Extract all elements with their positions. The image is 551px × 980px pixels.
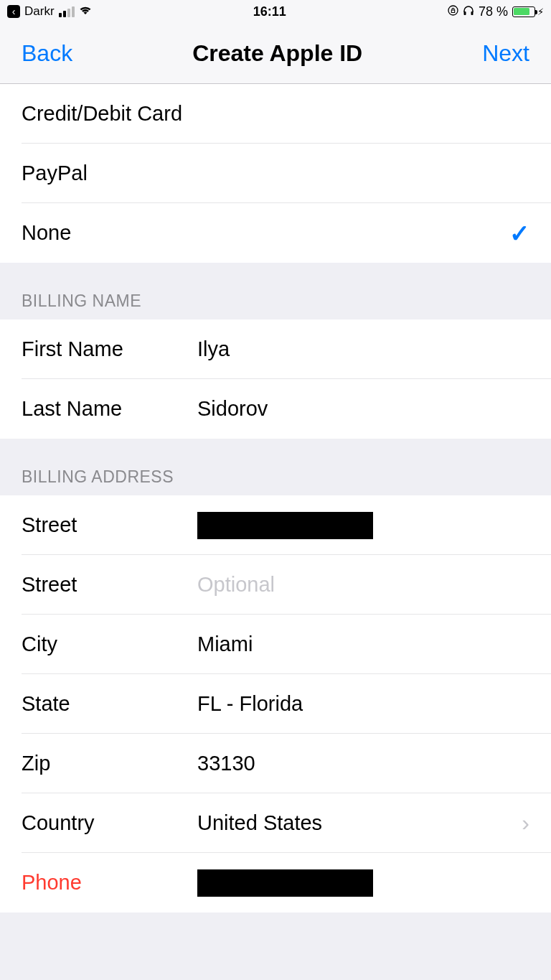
app-back-icon[interactable]: ‹ — [7, 5, 20, 18]
status-right: 78 % ⚡︎ — [448, 4, 544, 19]
last-name-label: Last Name — [22, 397, 197, 421]
first-name-row[interactable]: First Name — [0, 319, 551, 379]
payment-option-label: PayPal — [22, 162, 529, 185]
city-row[interactable]: City — [0, 615, 551, 674]
status-bar: ‹ Darkr 16:11 78 % ⚡︎ — [0, 0, 551, 23]
checkmark-icon: ✓ — [509, 219, 529, 248]
next-button[interactable]: Next — [482, 40, 529, 67]
street2-label: Street — [22, 573, 197, 597]
street1-redacted — [197, 512, 373, 539]
payment-option-credit[interactable]: Credit/Debit Card — [0, 84, 551, 144]
status-time: 16:11 — [253, 4, 286, 19]
street2-input[interactable] — [197, 573, 529, 597]
last-name-input[interactable] — [197, 397, 529, 421]
city-input[interactable] — [197, 633, 529, 656]
payment-option-label: Credit/Debit Card — [22, 102, 529, 126]
payment-option-none[interactable]: None ✓ — [0, 203, 551, 263]
street1-row[interactable]: Street — [0, 495, 551, 555]
svg-rect-1 — [463, 11, 466, 15]
signal-icon — [59, 6, 75, 17]
headphones-icon — [463, 5, 474, 19]
phone-redacted — [197, 869, 373, 897]
state-row[interactable]: State — [0, 674, 551, 734]
payment-option-paypal[interactable]: PayPal — [0, 144, 551, 203]
country-label: Country — [22, 811, 197, 835]
rotation-lock-icon — [448, 5, 458, 19]
phone-row[interactable]: Phone — [0, 853, 551, 913]
zip-label: Zip — [22, 752, 197, 775]
zip-input[interactable] — [197, 752, 529, 775]
country-row[interactable]: Country United States › — [0, 793, 551, 853]
street2-row[interactable]: Street — [0, 555, 551, 615]
bottom-spacer — [0, 913, 551, 923]
wifi-icon — [79, 5, 92, 18]
carrier-label: Darkr — [24, 4, 55, 19]
chevron-right-icon: › — [522, 810, 529, 836]
street1-label: Street — [22, 513, 197, 537]
state-label: State — [22, 692, 197, 716]
first-name-label: First Name — [22, 337, 197, 361]
billing-name-header: BILLING NAME — [0, 263, 551, 319]
battery-icon: ⚡︎ — [512, 6, 544, 17]
zip-row[interactable]: Zip — [0, 734, 551, 793]
billing-name-section: First Name Last Name — [0, 319, 551, 439]
back-button[interactable]: Back — [22, 40, 72, 67]
city-label: City — [22, 633, 197, 656]
status-left: ‹ Darkr — [7, 4, 92, 19]
battery-fill — [514, 8, 529, 15]
state-input[interactable] — [197, 692, 529, 716]
payment-option-label: None — [22, 221, 509, 245]
billing-address-section: Street Street City State Zip Country Uni… — [0, 495, 551, 913]
last-name-row[interactable]: Last Name — [0, 379, 551, 439]
charging-icon: ⚡︎ — [537, 6, 544, 17]
first-name-input[interactable] — [197, 337, 529, 361]
page-title: Create Apple ID — [192, 40, 362, 67]
nav-bar: Back Create Apple ID Next — [0, 23, 551, 84]
phone-label: Phone — [22, 871, 197, 895]
svg-rect-2 — [471, 11, 473, 15]
billing-address-header: BILLING ADDRESS — [0, 439, 551, 495]
payment-section: Credit/Debit Card PayPal None ✓ — [0, 84, 551, 263]
battery-pct: 78 % — [479, 4, 508, 19]
country-value: United States — [197, 811, 522, 835]
